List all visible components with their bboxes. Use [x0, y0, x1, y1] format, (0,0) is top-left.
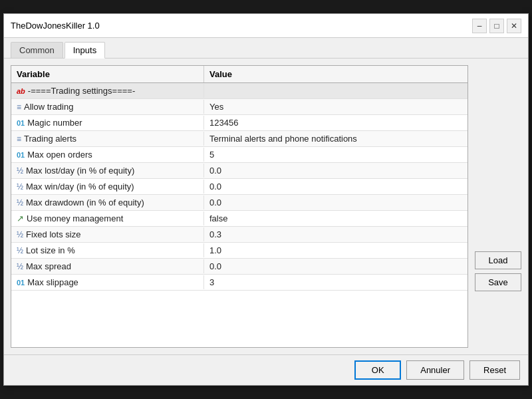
table-row: ab -====Trading settings====-	[11, 83, 467, 99]
row-value: 0.3	[204, 227, 467, 241]
icon-half: ½	[17, 166, 23, 176]
row-variable: Max slippage	[27, 277, 78, 287]
icon-half: ½	[17, 230, 23, 239]
side-buttons: Load Save	[475, 65, 521, 348]
table-scroll[interactable]: ab -====Trading settings====- ≡ Allow tr…	[11, 83, 467, 347]
window-controls: – □ ✕	[472, 19, 521, 33]
row-value: 0.0	[204, 164, 467, 178]
inputs-table: Variable Value ab -====Trading settings=…	[11, 65, 468, 348]
col-header-variable: Variable	[11, 66, 204, 82]
row-value: 5	[204, 148, 467, 162]
icon-half: ½	[17, 198, 23, 207]
row-variable: Use money management	[27, 213, 123, 223]
annuler-button[interactable]: Annuler	[406, 360, 464, 380]
table-row: ↗ Use money management false	[11, 211, 467, 227]
row-variable: Allow trading	[24, 102, 73, 112]
table-row: ½ Max lost/day (in % of equity) 0.0	[11, 163, 467, 179]
close-button[interactable]: ✕	[507, 19, 521, 33]
icon-arrow: ↗	[17, 213, 24, 223]
row-value: Yes	[204, 100, 467, 114]
table-row: ½ Max drawdown (in % of equity) 0.0	[11, 195, 467, 211]
row-variable: Fixed lots size	[26, 229, 80, 239]
footer: OK Annuler Reset	[4, 354, 528, 385]
icon-ab: ab	[17, 87, 25, 95]
icon-half: ½	[17, 182, 23, 192]
table-row: 01 Magic number 123456	[11, 115, 467, 131]
icon-01: 01	[17, 119, 25, 127]
icon-eq: ≡	[17, 102, 21, 112]
table-header: Variable Value	[11, 66, 467, 83]
table-row: ½ Max win/day (in % of equity) 0.0	[11, 179, 467, 195]
row-variable: Max spread	[26, 261, 71, 271]
icon-eq: ≡	[17, 134, 21, 144]
row-variable: Max lost/day (in % of equity)	[26, 166, 134, 176]
row-value	[204, 89, 467, 93]
main-window: TheDowJonesKiller 1.0 – □ ✕ Common Input…	[3, 13, 529, 386]
table-row: ≡ Trading alerts Terminal alerts and pho…	[11, 131, 467, 147]
row-value: 123456	[204, 116, 467, 130]
row-variable: Lot size in %	[26, 245, 75, 255]
table-row: ½ Max spread 0.0	[11, 259, 467, 275]
window-title: TheDowJonesKiller 1.0	[11, 21, 100, 31]
table-row: ½ Fixed lots size 0.3	[11, 227, 467, 243]
row-value: 0.0	[204, 180, 467, 194]
row-value: 0.0	[204, 259, 467, 273]
row-value: Terminal alerts and phone notifications	[204, 132, 467, 146]
row-variable: -====Trading settings====-	[28, 86, 135, 96]
tab-inputs[interactable]: Inputs	[65, 42, 105, 59]
row-value: false	[204, 211, 467, 225]
tab-common[interactable]: Common	[11, 42, 63, 58]
row-value: 0.0	[204, 196, 467, 209]
row-variable: Trading alerts	[24, 134, 76, 144]
maximize-button[interactable]: □	[489, 19, 504, 33]
save-button[interactable]: Save	[475, 273, 521, 291]
row-value: 1.0	[204, 243, 467, 257]
row-variable: Max drawdown (in % of equity)	[26, 198, 144, 207]
row-value: 3	[204, 275, 467, 289]
load-button[interactable]: Load	[475, 251, 521, 269]
col-header-value: Value	[204, 66, 467, 82]
icon-01: 01	[17, 279, 25, 287]
icon-01: 01	[17, 151, 25, 159]
row-variable: Magic number	[27, 118, 82, 128]
minimize-button[interactable]: –	[472, 19, 487, 33]
table-row: ½ Lot size in % 1.0	[11, 243, 467, 259]
row-variable: Max open orders	[27, 150, 92, 160]
title-bar: TheDowJonesKiller 1.0 – □ ✕	[4, 14, 528, 38]
tab-bar: Common Inputs	[4, 38, 528, 59]
table-row: 01 Max open orders 5	[11, 147, 467, 163]
row-variable: Max win/day (in % of equity)	[26, 182, 134, 192]
icon-half: ½	[17, 262, 23, 271]
table-row: 01 Max slippage 3	[11, 275, 467, 291]
ok-button[interactable]: OK	[354, 360, 401, 380]
reset-button[interactable]: Reset	[469, 360, 520, 380]
table-row: ≡ Allow trading Yes	[11, 99, 467, 115]
content-area: Variable Value ab -====Trading settings=…	[4, 59, 528, 354]
icon-half: ½	[17, 246, 23, 255]
